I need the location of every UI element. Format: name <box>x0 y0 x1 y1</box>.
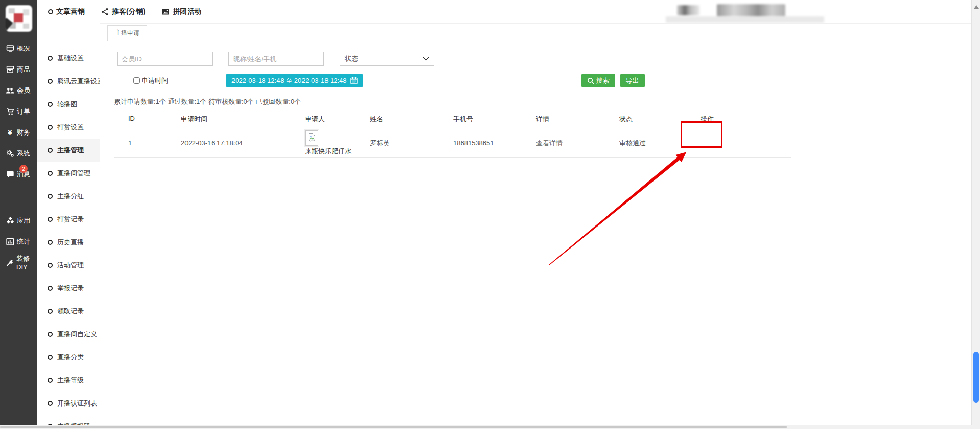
submenu-item-broadcast-cert-list[interactable]: 开播认证列表 <box>37 392 100 415</box>
sidebar-item-system[interactable]: 系统 <box>0 143 37 164</box>
finance-yen-icon: ¥ <box>6 128 14 137</box>
circle-icon <box>48 309 53 314</box>
topbar-item-distribution[interactable]: 推客(分销) <box>101 7 145 16</box>
vertical-scrollbar-thumb[interactable] <box>973 352 979 403</box>
submenu-item-carousel[interactable]: 轮播图 <box>37 93 100 116</box>
apply-time-checkbox[interactable] <box>133 77 140 84</box>
sidebar-item-label: 商品 <box>17 65 30 74</box>
circle-icon <box>48 332 53 337</box>
scroll-up-arrow-icon[interactable] <box>974 5 979 9</box>
circle-icon <box>48 217 53 222</box>
circle-icon <box>48 401 53 406</box>
sidebar-item-diy[interactable]: 装修DIY <box>0 252 37 273</box>
submenu-item-claim-records[interactable]: 领取记录 <box>37 300 100 323</box>
main-content: 主播申请 状态 申请时间 <box>100 23 980 425</box>
submenu-live-management: 基础设置 腾讯云直播设置 轮播图 打赏设置 主播管理 直播间管理 主播分红 打赏… <box>37 23 100 425</box>
app-window: 概况 商品 会员 订单 ¥ 财务 系统 <box>0 0 980 429</box>
apps-cubes-icon <box>6 217 14 225</box>
topbar-item-label: 拼团活动 <box>173 7 201 16</box>
sidebar-spacer <box>0 185 37 210</box>
circle-icon <box>48 148 53 153</box>
col-header-apply-time: 申请时间 <box>181 115 305 124</box>
sidebar-item-label: 财务 <box>17 128 30 137</box>
circle-icon <box>48 355 53 360</box>
nickname-input[interactable] <box>228 52 324 66</box>
submenu-item-live-room-management[interactable]: 直播间管理 <box>37 162 100 185</box>
applicant-nickname: 来瓶快乐肥仔水 <box>305 147 352 156</box>
orders-cart-icon <box>6 107 14 116</box>
sidebar-item-label: 会员 <box>17 86 30 95</box>
sidebar-item-goods[interactable]: 商品 <box>0 59 37 80</box>
submenu-item-live-category[interactable]: 直播分类 <box>37 346 100 369</box>
circle-icon <box>48 171 53 176</box>
circle-icon <box>48 125 53 130</box>
date-range-button[interactable]: 2022-03-18 12:48 至 2022-03-18 12:48 <box>226 74 363 87</box>
filter-row-2: 申请时间 2022-03-18 12:48 至 2022-03-18 12:48… <box>133 74 980 87</box>
horizontal-scrollbar-thumb[interactable] <box>0 426 787 428</box>
horizontal-scrollbar[interactable] <box>0 425 980 429</box>
user-avatar-blurred[interactable] <box>677 5 699 15</box>
sidebar-item-overview[interactable]: 概况 <box>0 38 37 59</box>
topbar-item-label: 文章营销 <box>56 7 85 16</box>
message-bubble-icon <box>6 170 14 178</box>
topbar-item-group-activity[interactable]: 拼团活动 <box>161 7 201 16</box>
app-logo[interactable] <box>6 5 32 32</box>
sidebar-item-label: 应用 <box>17 216 30 225</box>
submenu-item-tencent-cloud-live[interactable]: 腾讯云直播设置 <box>37 70 100 93</box>
filter-row-1: 状态 <box>117 52 980 66</box>
sidebar-item-label: 概况 <box>17 44 30 53</box>
vertical-scrollbar[interactable] <box>971 0 980 425</box>
status-select[interactable]: 状态 <box>340 52 434 66</box>
submenu-item-basic-settings[interactable]: 基础设置 <box>37 47 100 70</box>
main-sidebar: 概况 商品 会员 订单 ¥ 财务 系统 <box>0 0 37 425</box>
submenu-item-anchor-management[interactable]: 主播管理 <box>37 139 100 162</box>
overview-icon <box>6 44 14 53</box>
sidebar-item-messages[interactable]: 消息 2 <box>0 164 37 185</box>
submenu-item-live-history[interactable]: 历史直播 <box>37 231 100 254</box>
sidebar-item-label: 订单 <box>17 107 30 116</box>
application-summary: 累计申请数量:1个 通过数量:1个 待审核数量:0个 已驳回数量:0个 <box>114 97 980 106</box>
members-icon <box>6 86 14 95</box>
submenu-item-report-records[interactable]: 举报记录 <box>37 277 100 300</box>
topbar: 文章营销 推客(分销) 拼团活动 <box>37 0 980 23</box>
submenu-item-reward-records[interactable]: 打赏记录 <box>37 208 100 231</box>
user-account-blurred[interactable] <box>717 4 785 16</box>
search-button[interactable]: 搜索 <box>581 74 615 87</box>
submenu-item-anchor-auth-code[interactable]: 主播授权码 <box>37 415 100 425</box>
annotation-red-box <box>681 121 722 148</box>
system-gear-icon <box>6 149 14 157</box>
sidebar-item-apps[interactable]: 应用 <box>0 210 37 231</box>
topbar-item-article-marketing[interactable]: 文章营销 <box>48 7 85 16</box>
diy-tool-icon <box>6 259 14 267</box>
submenu-item-anchor-level[interactable]: 主播等级 <box>37 369 100 392</box>
submenu-item-activity-management[interactable]: 活动管理 <box>37 254 100 277</box>
share-icon <box>101 8 109 16</box>
sidebar-item-label: 统计 <box>17 237 30 246</box>
col-header-name: 姓名 <box>370 115 453 124</box>
topbar-item-label: 推客(分销) <box>112 7 145 16</box>
submenu-item-anchor-dividend[interactable]: 主播分红 <box>37 185 100 208</box>
user-info-blurred <box>666 16 824 23</box>
submenu-item-live-room-custom[interactable]: 直播间自定义 <box>37 323 100 346</box>
col-header-detail: 详情 <box>536 115 619 124</box>
image-icon <box>161 8 170 16</box>
apply-time-checkbox-group[interactable]: 申请时间 <box>133 76 168 85</box>
col-header-applicant: 申请人 <box>305 115 370 124</box>
tab-anchor-application[interactable]: 主播申请 <box>107 25 147 41</box>
circle-icon <box>48 263 53 268</box>
sidebar-item-members[interactable]: 会员 <box>0 80 37 101</box>
sidebar-item-finance[interactable]: ¥ 财务 <box>0 122 37 143</box>
submenu-item-reward-settings[interactable]: 打赏设置 <box>37 116 100 139</box>
sidebar-item-orders[interactable]: 订单 <box>0 101 37 122</box>
cell-applicant: 来瓶快乐肥仔水 <box>305 130 370 156</box>
calendar-icon <box>350 77 358 84</box>
stats-chart-icon <box>6 238 14 246</box>
export-button[interactable]: 导出 <box>620 74 645 87</box>
member-id-input[interactable] <box>117 52 213 66</box>
message-count-badge: 2 <box>19 165 28 173</box>
chevron-down-icon <box>423 57 429 61</box>
circle-icon <box>48 56 53 61</box>
view-detail-link[interactable]: 查看详情 <box>536 139 619 148</box>
sidebar-item-stats[interactable]: 统计 <box>0 231 37 252</box>
goods-icon <box>6 65 14 74</box>
